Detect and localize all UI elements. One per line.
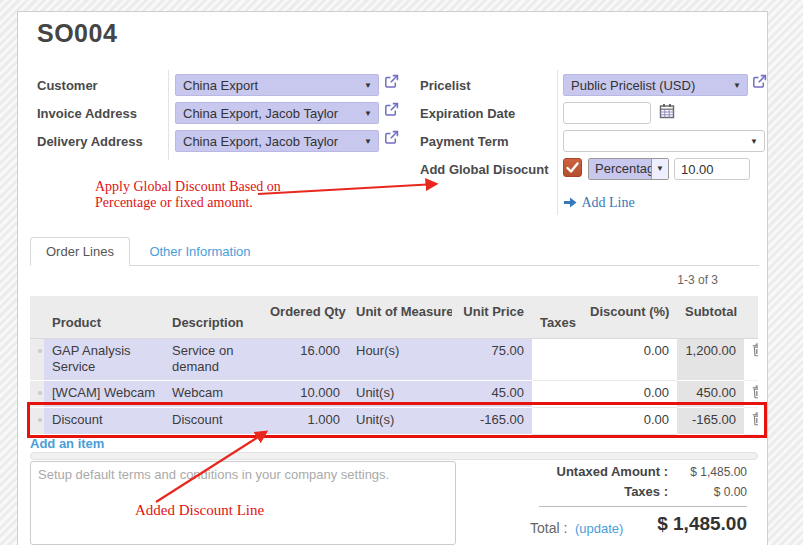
discount-mode-value: Percentage xyxy=(589,159,651,179)
discount-amount-input[interactable] xyxy=(674,158,750,180)
notebook-tabs: Order Lines Other Information xyxy=(30,237,759,266)
col-ordered-qty[interactable]: Ordered Qty xyxy=(262,296,348,338)
customer-label: Customer xyxy=(37,78,98,93)
pricelist-external-link-icon[interactable] xyxy=(752,74,767,89)
delivery-address-external-link-icon[interactable] xyxy=(384,130,399,145)
cell-subtotal: 1,200.00 xyxy=(677,338,744,380)
global-discount-annotation: Apply Global Discount Based on Percentag… xyxy=(95,179,281,211)
annotation-arrow-up xyxy=(146,422,278,508)
col-product[interactable]: Product xyxy=(44,296,164,338)
cell-unit-price[interactable]: 75.00 xyxy=(452,338,532,380)
add-an-item-link[interactable]: Add an item xyxy=(30,436,104,451)
untaxed-amount-label: Untaxed Amount : xyxy=(557,464,668,479)
expiration-date-input[interactable] xyxy=(563,102,651,124)
discount-mode-combobox[interactable]: Percentage ▼ xyxy=(588,158,669,180)
chevron-down-icon[interactable]: ▼ xyxy=(651,159,668,179)
calendar-icon[interactable] xyxy=(659,103,675,119)
annotation-arrow-right xyxy=(254,174,450,200)
trash-icon xyxy=(752,385,758,399)
add-line-label: Add Line xyxy=(581,195,634,210)
invoice-address-label: Invoice Address xyxy=(37,106,137,121)
cell-product[interactable]: GAP Analysis Service xyxy=(44,338,164,380)
pricelist-label: Pricelist xyxy=(420,78,471,93)
tab-other-information[interactable]: Other Information xyxy=(134,238,265,267)
discount-row-highlight xyxy=(27,402,767,438)
col-taxes[interactable]: Taxes xyxy=(532,296,582,338)
customer-value: China Export xyxy=(183,78,258,93)
untaxed-amount-value: $ 1,485.00 xyxy=(690,465,747,479)
totals-separator xyxy=(539,506,747,507)
col-discount[interactable]: Discount (%) xyxy=(582,296,677,338)
chevron-down-icon: ▼ xyxy=(733,75,741,96)
cell-ordered-qty[interactable]: 16.000 xyxy=(262,338,348,380)
cell-discount[interactable]: 0.00 xyxy=(582,338,677,380)
handle-dot-icon xyxy=(38,349,42,353)
invoice-address-select[interactable]: China Export, Jacob Taylor▼ xyxy=(175,102,379,124)
customer-external-link-icon[interactable] xyxy=(384,74,399,89)
delete-column-header xyxy=(744,296,758,338)
table-header-row: Product Description Ordered Qty Unit of … xyxy=(30,296,758,338)
left-column-separator xyxy=(168,70,169,160)
pager[interactable]: 1-3 of 3 xyxy=(677,273,718,287)
cell-taxes[interactable] xyxy=(532,338,582,380)
expiration-date-label: Expiration Date xyxy=(420,106,515,121)
handle-column-header xyxy=(30,296,44,338)
arrow-right-icon xyxy=(563,197,577,208)
pricelist-value: Public Pricelist (USD) xyxy=(571,78,695,93)
add-line-link[interactable]: Add Line xyxy=(563,193,635,211)
col-unit-price[interactable]: Unit Price xyxy=(452,296,532,338)
invoice-address-value: China Export, Jacob Taylor xyxy=(183,106,338,121)
chevron-down-icon: ▼ xyxy=(364,103,372,124)
delivery-address-label: Delivery Address xyxy=(37,134,143,149)
sale-order-form: SO004 Customer China Export▼ Invoice Add… xyxy=(17,11,768,545)
cell-unit-of-measure[interactable]: Hour(s) xyxy=(348,338,452,380)
table-row: GAP Analysis Service Service on demand 1… xyxy=(30,338,758,380)
chevron-down-icon: ▼ xyxy=(364,75,372,96)
tab-order-lines[interactable]: Order Lines xyxy=(30,237,130,266)
cell-description[interactable]: Service on demand xyxy=(164,338,262,380)
taxes-total-value: $ 0.00 xyxy=(714,485,747,499)
page-title: SO004 xyxy=(37,19,117,48)
delivery-address-select[interactable]: China Export, Jacob Taylor▼ xyxy=(175,130,379,152)
customer-select[interactable]: China Export▼ xyxy=(175,74,379,96)
total-label: Total : xyxy=(530,520,567,536)
checkmark-icon xyxy=(564,159,581,176)
chevron-down-icon: ▼ xyxy=(364,131,372,152)
global-discount-checkbox[interactable] xyxy=(563,158,582,177)
chevron-down-icon: ▼ xyxy=(750,131,758,152)
trash-icon xyxy=(752,343,758,357)
row-drag-handle[interactable] xyxy=(30,338,44,380)
payment-term-label: Payment Term xyxy=(420,134,509,149)
invoice-address-external-link-icon[interactable] xyxy=(384,102,399,117)
taxes-total-label: Taxes : xyxy=(624,484,668,499)
right-column-separator xyxy=(557,70,558,215)
handle-dot-icon xyxy=(38,391,42,395)
col-unit-of-measure[interactable]: Unit of Measure xyxy=(348,296,452,338)
update-total-link[interactable]: (update) xyxy=(575,521,623,536)
col-subtotal[interactable]: Subtotal xyxy=(677,296,744,338)
delete-row-button[interactable] xyxy=(744,338,758,380)
horizontal-scrollbar[interactable] xyxy=(30,452,758,460)
total-value: $ 1,485.00 xyxy=(657,513,747,535)
col-description[interactable]: Description xyxy=(164,296,262,338)
payment-term-select[interactable]: ▼ xyxy=(563,130,765,152)
delivery-address-value: China Export, Jacob Taylor xyxy=(183,134,338,149)
pricelist-select[interactable]: Public Pricelist (USD)▼ xyxy=(563,74,748,96)
